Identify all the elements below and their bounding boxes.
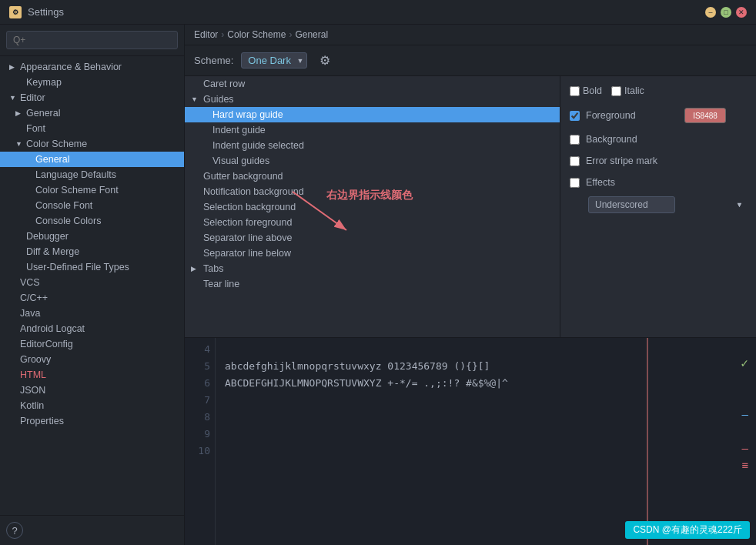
effects-type-select[interactable]: Underscored Underwaved Bold line Box Bol… bbox=[588, 196, 675, 213]
list-item-guides[interactable]: ▼ Guides bbox=[185, 92, 560, 107]
sidebar-item-language-defaults[interactable]: Language Defaults bbox=[0, 167, 184, 182]
list-item-separator-line-below[interactable]: Separator line below bbox=[185, 246, 560, 261]
maximize-button[interactable]: □ bbox=[721, 7, 731, 18]
sidebar-item-android-logcat[interactable]: Android Logcat bbox=[0, 321, 184, 336]
sidebar-item-debugger[interactable]: Debugger bbox=[0, 229, 184, 244]
search-box bbox=[0, 25, 184, 56]
sidebar-item-json[interactable]: JSON bbox=[0, 383, 184, 398]
italic-checkbox-label[interactable]: Italic bbox=[611, 85, 644, 96]
error-stripe-label: Error stripe mark bbox=[586, 155, 678, 166]
list-item-indent-guide[interactable]: Indent guide bbox=[185, 122, 560, 138]
indicator-dash-red1: — bbox=[741, 440, 748, 456]
titlebar-controls[interactable]: – □ ✕ bbox=[705, 7, 747, 18]
background-label: Background bbox=[586, 134, 678, 145]
code-area: abcdefghijklmnopqrstuvwxyz 0123456789 ()… bbox=[216, 338, 756, 545]
scheme-gear-button[interactable]: ⚙ bbox=[315, 52, 335, 69]
sidebar-bottom: ? bbox=[0, 515, 184, 545]
watermark: CSDN @有趣的灵魂222斤 bbox=[625, 521, 750, 539]
sidebar-item-keymap[interactable]: Keymap bbox=[0, 75, 184, 90]
sidebar-item-properties[interactable]: Properties bbox=[0, 413, 184, 429]
list-item-tabs[interactable]: ▶ Tabs bbox=[185, 261, 560, 276]
list-item-tear-line[interactable]: Tear line bbox=[185, 276, 560, 292]
sidebar-item-diff-merge[interactable]: Diff & Merge bbox=[0, 244, 184, 259]
sidebar: ▶ Appearance & Behavior Keymap ▼ Editor … bbox=[0, 25, 185, 545]
effects-checkbox[interactable] bbox=[570, 178, 580, 188]
indicator-dash-red2: ≡ bbox=[741, 456, 748, 473]
scheme-select-wrap: One Dark bbox=[241, 52, 307, 69]
arrow-icon: ▶ bbox=[191, 265, 200, 272]
sidebar-item-editorconfig[interactable]: EditorConfig bbox=[0, 336, 184, 352]
sidebar-item-color-scheme[interactable]: ▼ Color Scheme bbox=[0, 136, 184, 152]
arrow-icon: ▶ bbox=[9, 63, 17, 71]
sidebar-item-kotlin[interactable]: Kotlin bbox=[0, 398, 184, 413]
sidebar-item-java[interactable]: Java bbox=[0, 306, 184, 321]
scheme-label: Scheme: bbox=[194, 55, 233, 66]
code-line-5: abcdefghijklmnopqrstuvwxyz 0123456789 ()… bbox=[225, 358, 747, 375]
sidebar-item-console-font[interactable]: Console Font bbox=[0, 198, 184, 213]
foreground-label: Foreground bbox=[586, 110, 678, 121]
code-line-4 bbox=[225, 341, 747, 358]
sidebar-item-general[interactable]: ▶ General bbox=[0, 105, 184, 121]
sidebar-item-html[interactable]: HTML bbox=[0, 367, 184, 383]
list-item-selection-foreground[interactable]: Selection foreground bbox=[185, 215, 560, 230]
line-numbers: 4 5 6 7 8 9 10 bbox=[185, 338, 216, 545]
sidebar-item-console-colors[interactable]: Console Colors bbox=[0, 213, 184, 229]
list-item-indent-guide-selected[interactable]: Indent guide selected bbox=[185, 138, 560, 153]
indicator-dash-blue: — bbox=[741, 406, 748, 423]
background-checkbox[interactable] bbox=[570, 135, 580, 145]
preview-area: 4 5 6 7 8 9 10 abcdefghijklmnopqrstuvwxy… bbox=[185, 337, 756, 545]
sidebar-item-font[interactable]: Font bbox=[0, 121, 184, 136]
sidebar-item-user-defined[interactable]: User-Defined File Types bbox=[0, 259, 184, 275]
background-row: Background bbox=[570, 134, 747, 145]
indicator-checkmark: ✓ bbox=[741, 338, 748, 372]
code-line-10 bbox=[225, 443, 747, 460]
list-panel: Caret row ▼ Guides Hard wrap guide Inden… bbox=[185, 76, 560, 337]
list-item-notification-background[interactable]: Notification background bbox=[185, 184, 560, 199]
foreground-checkbox[interactable] bbox=[570, 111, 580, 121]
minimize-button[interactable]: – bbox=[705, 7, 716, 18]
effects-row: Effects bbox=[570, 177, 747, 188]
sidebar-item-appearance[interactable]: ▶ Appearance & Behavior bbox=[0, 59, 184, 75]
effects-select-wrap: Underscored Underwaved Bold line Box Bol… bbox=[588, 196, 747, 213]
error-stripe-row: Error stripe mark bbox=[570, 155, 747, 166]
bold-checkbox-label[interactable]: Bold bbox=[570, 85, 602, 96]
bold-checkbox[interactable] bbox=[570, 86, 580, 96]
scheme-select[interactable]: One Dark bbox=[241, 52, 307, 69]
effects-label: Effects bbox=[586, 177, 678, 188]
sidebar-item-groovy[interactable]: Groovy bbox=[0, 352, 184, 367]
text-style-row: Bold Italic bbox=[570, 85, 747, 96]
sidebar-item-vcs[interactable]: VCS bbox=[0, 275, 184, 290]
breadcrumb-editor: Editor bbox=[194, 29, 218, 40]
error-stripe-checkbox[interactable] bbox=[570, 156, 580, 166]
list-item-gutter-background[interactable]: Gutter background bbox=[185, 169, 560, 184]
sidebar-item-editor[interactable]: ▼ Editor bbox=[0, 90, 184, 105]
breadcrumb-general: General bbox=[295, 29, 328, 40]
main-layout: ▶ Appearance & Behavior Keymap ▼ Editor … bbox=[0, 25, 756, 545]
italic-checkbox[interactable] bbox=[611, 86, 621, 96]
foreground-color-swatch[interactable]: IS8488 bbox=[684, 108, 726, 123]
editor-panel: Caret row ▼ Guides Hard wrap guide Inden… bbox=[185, 76, 756, 337]
sidebar-item-cpp[interactable]: C/C++ bbox=[0, 290, 184, 306]
code-line-9 bbox=[225, 426, 747, 443]
list-item-separator-line-above[interactable]: Separator line above bbox=[185, 230, 560, 246]
breadcrumb-sep1: › bbox=[221, 29, 224, 40]
list-item-visual-guides[interactable]: Visual guides bbox=[185, 153, 560, 169]
code-line-6: ABCDEFGHIJKLMNOPQRSTUVWXYZ +-*/= .,;:!? … bbox=[225, 375, 747, 392]
sidebar-item-general-cs[interactable]: General bbox=[0, 152, 184, 167]
close-button[interactable]: ✕ bbox=[736, 7, 747, 18]
help-button[interactable]: ? bbox=[6, 522, 23, 539]
titlebar-left: ⚙ Settings bbox=[9, 6, 64, 18]
search-input[interactable] bbox=[6, 31, 178, 49]
list-item-selection-background[interactable]: Selection background bbox=[185, 199, 560, 215]
sidebar-nav: ▶ Appearance & Behavior Keymap ▼ Editor … bbox=[0, 56, 184, 515]
settings-icon: ⚙ bbox=[9, 6, 22, 18]
arrow-icon: ▼ bbox=[9, 94, 17, 102]
arrow-icon: ▼ bbox=[191, 95, 200, 103]
content-area: Editor › Color Scheme › General Scheme: … bbox=[185, 25, 756, 545]
list-item-caret-row[interactable]: Caret row bbox=[185, 76, 560, 92]
titlebar: ⚙ Settings – □ ✕ bbox=[0, 0, 756, 25]
list-item-hard-wrap-guide[interactable]: Hard wrap guide bbox=[185, 107, 560, 122]
sidebar-item-color-scheme-font[interactable]: Color Scheme Font bbox=[0, 182, 184, 198]
scheme-row: Scheme: One Dark ⚙ bbox=[185, 45, 756, 76]
breadcrumb: Editor › Color Scheme › General bbox=[185, 25, 756, 45]
